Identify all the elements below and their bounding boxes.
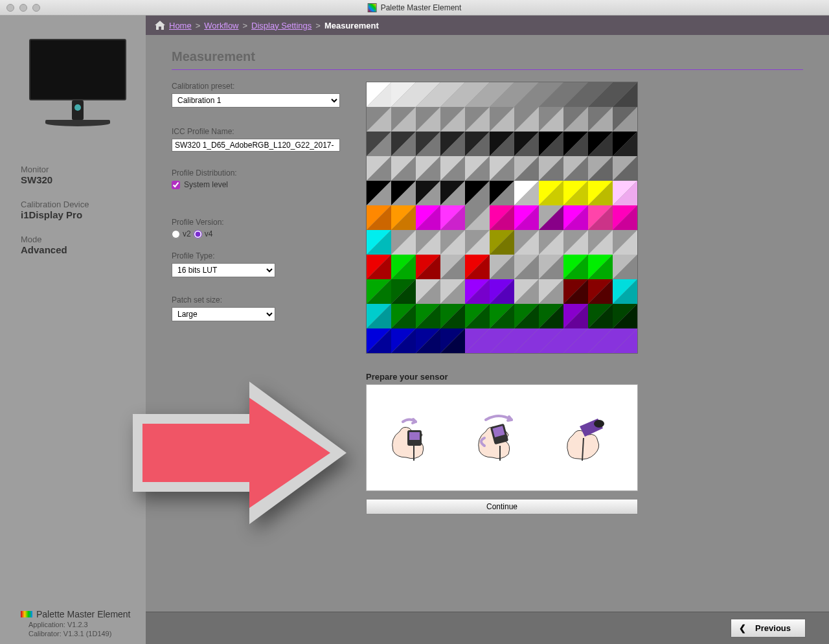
system-level-label: System level [184,180,228,189]
patch-cell [416,205,440,230]
patch-cell [563,107,588,132]
patch-cell [440,304,465,328]
patch-cell [367,230,391,255]
patch-cell [465,181,490,205]
patch-cell [367,304,391,328]
patch-cell [440,328,465,353]
patch-cell [391,230,416,255]
breadcrumb-workflow[interactable]: Workflow [204,21,238,30]
continue-button[interactable]: Continue [366,499,638,514]
patch-cell [391,181,416,205]
patch-cell [514,304,539,328]
patch-cell [465,255,490,279]
type-label: Profile Type: [172,251,346,260]
type-select[interactable]: 16 bits LUT [172,263,275,277]
v4-radio[interactable] [194,230,202,238]
patch-cell [539,132,563,156]
chevron-left-icon: ❮ [739,623,746,633]
patch-cell [391,132,416,156]
patch-cell [465,230,490,255]
svg-point-4 [594,420,604,428]
sidebar-footer: Palette Master Element Application: V1.2… [21,609,134,638]
patch-label: Patch set size: [172,295,346,305]
patch-cell [613,107,637,132]
patch-cell [490,181,514,205]
patch-cell [563,156,588,181]
patch-cell [416,304,440,328]
preset-select[interactable]: Calibration 1 [172,93,340,108]
svg-rect-1 [409,432,420,440]
footer-app-version: Application: V1.2.3 [28,621,134,628]
patch-cell [563,304,588,328]
patch-cell [416,156,440,181]
patch-cell [490,255,514,279]
patch-cell [367,107,391,132]
patch-cell [514,205,539,230]
monitor-value: SW320 [21,174,134,185]
patch-cell [563,205,588,230]
prepare-title: Prepare your sensor [366,372,803,382]
patch-cell [391,255,416,279]
patch-cell [440,132,465,156]
patch-cell [440,156,465,181]
patch-cell [490,107,514,132]
breadcrumb-current: Measurement [324,21,379,30]
patch-cell [539,328,563,353]
patch-cell [416,82,440,107]
window-controls[interactable] [6,4,40,12]
patch-cell [563,132,588,156]
patch-cell [440,107,465,132]
system-level-checkbox[interactable] [172,181,180,189]
v2-label: v2 [183,229,191,238]
patch-cell [539,230,563,255]
patch-cell [440,279,465,304]
titlebar: Palette Master Element [0,0,829,16]
patch-cell [588,255,613,279]
patch-cell [613,230,637,255]
window-title: Palette Master Element [368,3,462,12]
icc-input[interactable] [172,139,340,152]
patch-cell [465,279,490,304]
patch-cell [465,82,490,107]
device-label: Calibration Device [21,200,134,209]
patch-cell [539,304,563,328]
patch-cell [514,181,539,205]
patch-cell [367,205,391,230]
patch-cell [490,156,514,181]
patch-cell [588,82,613,107]
dist-label: Profile Distribution: [172,168,346,178]
previous-button[interactable]: ❮ Previous [731,619,806,638]
patch-cell [391,304,416,328]
sidebar: Monitor SW320 Calibration Device i1Displ… [0,16,146,644]
v2-radio[interactable] [172,230,180,238]
patch-cell [563,255,588,279]
patch-cell [514,82,539,107]
patch-cell [490,230,514,255]
patch-cell [613,304,637,328]
patch-cell [563,181,588,205]
footer-brand: Palette Master Element [36,609,131,619]
patch-cell [465,304,490,328]
page-title: Measurement [172,49,803,64]
v4-label: v4 [205,229,213,238]
patch-cell [391,156,416,181]
patch-cell [539,82,563,107]
patch-cell [613,328,637,353]
patch-cell [367,181,391,205]
patch-cell [514,107,539,132]
patch-cell [539,279,563,304]
breadcrumb-display[interactable]: Display Settings [251,21,312,30]
patch-cell [490,304,514,328]
breadcrumb-home[interactable]: Home [169,21,192,30]
patch-cell [440,205,465,230]
patch-cell [490,279,514,304]
window-title-text: Palette Master Element [381,3,462,12]
icc-label: ICC Profile Name: [172,127,346,136]
patch-cell [416,107,440,132]
patch-cell [367,255,391,279]
patch-cell [613,82,637,107]
patch-cell [588,181,613,205]
sensor-step-3 [552,406,624,470]
patch-cell [588,132,613,156]
patch-select[interactable]: Large [172,307,275,321]
